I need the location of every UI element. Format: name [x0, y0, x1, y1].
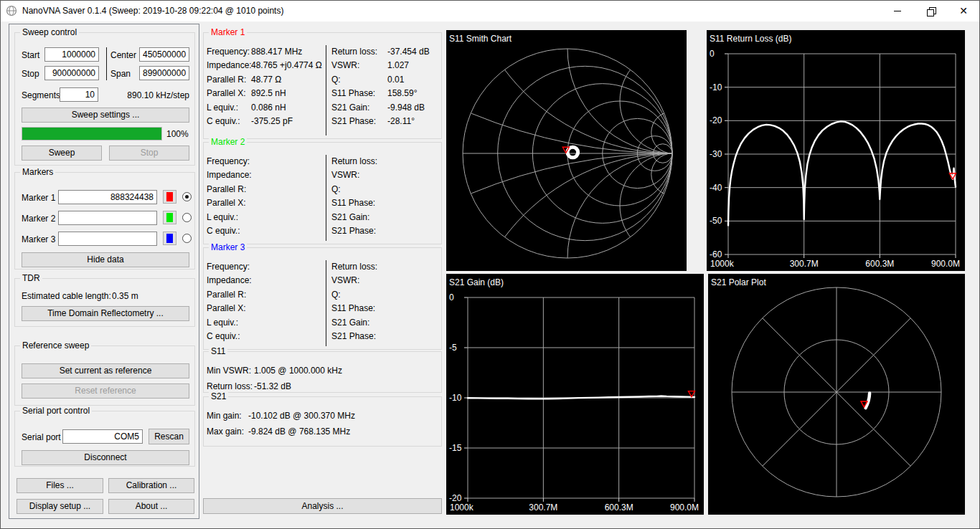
marker3-frequency-input[interactable]: [58, 232, 157, 246]
marker3-radio[interactable]: [182, 234, 192, 243]
kv-label: L equiv.:: [207, 101, 251, 115]
start-frequency-input[interactable]: [44, 47, 99, 62]
kv-label: Return loss:: [331, 45, 387, 59]
marker3-label: Marker 3: [22, 234, 55, 244]
rescan-button[interactable]: Rescan: [149, 429, 189, 444]
analysis-button[interactable]: Analysis ...: [203, 498, 442, 514]
kv-value: 158.59°: [387, 88, 418, 98]
marker2-color-button[interactable]: [163, 211, 176, 224]
span-frequency-input[interactable]: [139, 66, 189, 80]
kv-row: Min VSWR:1.005 @ 1000.000 kHz: [207, 363, 440, 379]
minimize-button[interactable]: [881, 0, 914, 22]
reset-reference-button: Reset reference: [22, 383, 189, 399]
s11-return-loss-chart-panel[interactable]: S11 Return Loss (dB)0-10-20-30-40-50-601…: [707, 30, 965, 271]
sweep-button[interactable]: Sweep: [22, 146, 102, 161]
cable-length-value: 0.35 m: [112, 291, 138, 301]
window-title: NanoVNA Saver 0.1.4 (Sweep: 2019-10-28 0…: [22, 6, 283, 16]
svg-text:0: 0: [449, 292, 454, 302]
s11-smith-chart-panel[interactable]: S11 Smith Chart: [446, 30, 687, 271]
kv-label: Q:: [331, 183, 387, 196]
kv-value: 48.77 Ω: [251, 75, 281, 85]
app-icon: [6, 5, 17, 16]
display-setup-button[interactable]: Display setup ...: [17, 499, 103, 514]
kv-row: Return loss:-37.454 dB: [331, 45, 440, 59]
hide-data-button[interactable]: Hide data: [22, 252, 189, 267]
tdr-title: TDR: [20, 273, 42, 284]
sweep-control-title: Sweep control: [20, 27, 79, 38]
files-button[interactable]: Files ...: [17, 478, 103, 493]
serial-port-input[interactable]: [62, 429, 143, 444]
kv-label: S11 Phase:: [331, 87, 387, 100]
sweep-settings-button[interactable]: Sweep settings ...: [22, 108, 189, 123]
calibration-button[interactable]: Calibration ...: [108, 478, 194, 493]
control-sidebar: Sweep control Start Center Stop Span Seg…: [9, 24, 199, 519]
kv-row: S11 Phase:158.59°: [331, 87, 440, 100]
kv-label: L equiv.:: [207, 316, 251, 330]
set-reference-button[interactable]: Set current as reference: [22, 363, 189, 378]
kv-label: Impedance:: [207, 168, 251, 182]
kv-row: S21 Gain:-9.948 dB: [331, 101, 440, 115]
stop-frequency-input[interactable]: [44, 66, 99, 80]
step-size-label: 890.10 kHz/step: [101, 90, 189, 100]
marker1-radio[interactable]: [182, 192, 192, 201]
serial-port-group: Serial port control Serial port Rescan D…: [14, 411, 195, 467]
close-button[interactable]: ✕: [947, 0, 980, 22]
marker1-frequency-input[interactable]: [58, 190, 157, 204]
kv-label: Q:: [331, 73, 387, 87]
kv-row: Parallel R:: [207, 288, 326, 302]
marker3-color-button[interactable]: [163, 232, 176, 245]
kv-value: 1.027: [387, 60, 409, 70]
svg-text:S21 Gain (dB): S21 Gain (dB): [449, 277, 504, 287]
disconnect-button[interactable]: Disconnect: [22, 450, 189, 465]
segments-input[interactable]: [60, 87, 98, 102]
kv-value: -9.824 dB @ 768.135 MHz: [248, 426, 350, 437]
kv-label: C equiv.:: [207, 224, 251, 238]
marker1-left-values: Frequency:888.417 MHzImpedance:48.765 +j…: [205, 45, 326, 135]
svg-text:300.7M: 300.7M: [790, 259, 819, 269]
chart-marker: [688, 391, 694, 397]
restore-button[interactable]: [914, 0, 947, 22]
s21-summary-title: S21: [209, 391, 228, 402]
kv-row: VSWR:: [331, 168, 440, 182]
chart-trace: [567, 147, 578, 158]
center-label: Center: [110, 50, 136, 60]
marker1-color-swatch: [166, 192, 173, 201]
return-loss-chart-canvas[interactable]: S11 Return Loss (dB)0-10-20-30-40-50-601…: [707, 30, 965, 271]
sweep-control-group: Sweep control Start Center Stop Span Seg…: [14, 32, 195, 166]
about-button[interactable]: About ...: [108, 499, 194, 514]
cable-length-label: Estimated cable length:: [22, 291, 111, 301]
kv-row: VSWR:: [331, 274, 440, 287]
marker1-color-button[interactable]: [163, 190, 176, 204]
polar-plot-canvas[interactable]: S21 Polar Plot: [708, 274, 965, 515]
marker2-panel: Marker 2 Frequency:Impedance:Parallel R:…: [203, 142, 442, 244]
kv-label: Max gain:: [207, 424, 248, 440]
svg-text:600.3M: 600.3M: [865, 259, 894, 269]
s21-polar-plot-panel[interactable]: S21 Polar Plot: [708, 274, 965, 515]
marker2-radio[interactable]: [182, 213, 192, 222]
kv-label: Parallel X:: [207, 302, 251, 315]
svg-text:0: 0: [710, 49, 715, 59]
serial-port-title: Serial port control: [20, 406, 92, 416]
marker2-frequency-input[interactable]: [58, 211, 157, 225]
svg-text:-60: -60: [710, 249, 722, 259]
tdr-button[interactable]: Time Domain Reflectometry ...: [22, 306, 189, 321]
markers-control-title: Markers: [20, 167, 55, 178]
marker3-left-values: Frequency:Impedance:Parallel R:Parallel …: [205, 260, 326, 346]
kv-label: S11 Phase:: [331, 196, 387, 210]
kv-row: Q:: [331, 288, 440, 302]
kv-value: 888.417 MHz: [251, 47, 302, 57]
kv-label: Parallel R:: [207, 73, 251, 87]
smith-chart-canvas[interactable]: S11 Smith Chart: [446, 30, 687, 271]
gain-chart-canvas[interactable]: S21 Gain (dB)0-5-10-15-201000k300.7M600.…: [446, 274, 704, 515]
kv-value: -10.102 dB @ 300.370 MHz: [248, 411, 355, 421]
s21-gain-chart-panel[interactable]: S21 Gain (dB)0-5-10-15-201000k300.7M600.…: [446, 274, 704, 515]
kv-label: VSWR:: [331, 168, 387, 182]
kv-label: L equiv.:: [207, 211, 251, 224]
restore-icon: [927, 7, 935, 15]
title-bar: NanoVNA Saver 0.1.4 (Sweep: 2019-10-28 0…: [0, 0, 980, 22]
center-frequency-input[interactable]: [139, 47, 189, 62]
kv-value: 1.005 @ 1000.000 kHz: [254, 366, 342, 376]
kv-value: -375.25 pF: [251, 116, 293, 126]
kv-row: C equiv.:: [207, 330, 326, 343]
svg-text:S11 Return Loss (dB): S11 Return Loss (dB): [710, 34, 792, 44]
